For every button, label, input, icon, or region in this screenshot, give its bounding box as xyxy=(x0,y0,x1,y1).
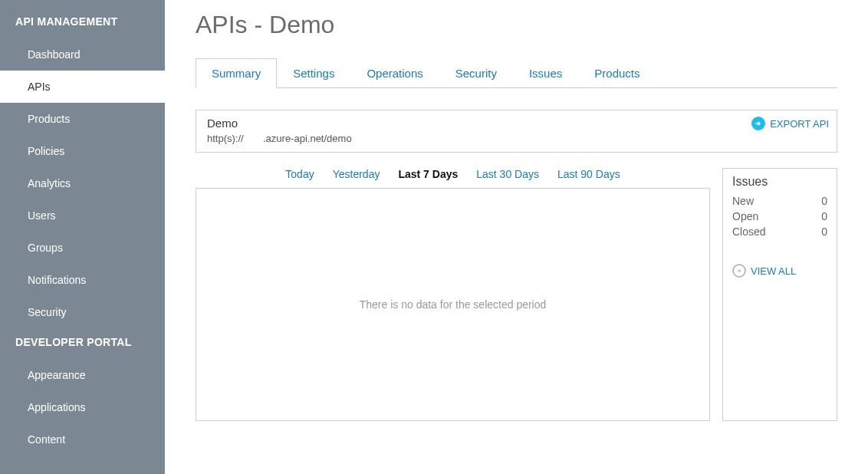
tab-issues[interactable]: Issues xyxy=(513,58,578,88)
sidebar-heading-developer-portal: DEVELOPER PORTAL xyxy=(0,328,165,359)
issue-row-value: 0 xyxy=(821,210,827,222)
sidebar-item-users[interactable]: Users xyxy=(0,199,165,232)
issue-row: Open0 xyxy=(732,209,827,224)
sidebar-heading-api-management: API MANAGEMENT xyxy=(0,8,165,38)
issue-row-label: New xyxy=(732,195,754,207)
issues-title: Issues xyxy=(732,175,827,189)
range-30days[interactable]: Last 30 Days xyxy=(476,168,539,180)
issue-row-label: Open xyxy=(732,210,758,222)
date-range-row: TodayYesterdayLast 7 DaysLast 30 DaysLas… xyxy=(196,168,710,180)
api-url-suffix: .azure-api.net/demo xyxy=(263,133,352,144)
sidebar-item-apis[interactable]: APIs xyxy=(0,71,165,103)
view-all-icon xyxy=(732,264,746,278)
range-90days[interactable]: Last 90 Days xyxy=(557,168,620,180)
issue-row-value: 0 xyxy=(821,225,827,238)
chart-column: TodayYesterdayLast 7 DaysLast 30 DaysLas… xyxy=(196,168,710,421)
export-api-label: EXPORT API xyxy=(770,118,829,130)
range-yesterday[interactable]: Yesterday xyxy=(333,168,380,180)
sidebar-item-content[interactable]: Content xyxy=(0,423,165,456)
tab-summary[interactable]: Summary xyxy=(196,58,277,88)
issue-row: New0 xyxy=(732,193,827,209)
range-today[interactable]: Today xyxy=(285,168,314,180)
api-name-label: Demo xyxy=(207,117,826,130)
sidebar-item-dashboard[interactable]: Dashboard xyxy=(0,38,165,71)
issue-row-value: 0 xyxy=(821,195,827,207)
tab-settings[interactable]: Settings xyxy=(277,58,350,88)
view-all-label: VIEW ALL xyxy=(751,265,796,277)
tab-products[interactable]: Products xyxy=(578,58,656,88)
main-content: APIs - Demo SummarySettingsOperationsSec… xyxy=(165,0,868,474)
sidebar-item-products[interactable]: Products xyxy=(0,103,165,135)
api-url-scheme: http(s):// xyxy=(207,133,244,144)
api-url-box: Demo http(s):// .azure-api.net/demo EXPO… xyxy=(196,110,837,153)
page-title: APIs - Demo xyxy=(196,11,837,39)
sidebar-item-notifications[interactable]: Notifications xyxy=(0,264,165,296)
sidebar-item-appearance[interactable]: Appearance xyxy=(0,359,165,391)
chart-empty-message: There is no data for the selected period xyxy=(360,298,547,311)
sidebar-item-policies[interactable]: Policies xyxy=(0,135,165,167)
issue-row-label: Closed xyxy=(732,225,766,238)
sidebar-item-security[interactable]: Security xyxy=(0,296,165,328)
sidebar-item-analytics[interactable]: Analytics xyxy=(0,167,165,199)
tabs: SummarySettingsOperationsSecurityIssuesP… xyxy=(196,58,837,88)
api-url-label: http(s):// .azure-api.net/demo xyxy=(207,133,826,144)
sidebar-item-groups[interactable]: Groups xyxy=(0,232,165,264)
export-icon xyxy=(751,117,765,130)
sidebar: API MANAGEMENT DashboardAPIsProductsPoli… xyxy=(0,0,165,474)
issues-panel: Issues New0Open0Closed0 VIEW ALL xyxy=(722,168,837,421)
issue-row: Closed0 xyxy=(732,224,827,239)
sidebar-item-applications[interactable]: Applications xyxy=(0,391,165,423)
chart-area: There is no data for the selected period xyxy=(196,188,710,421)
export-api-link[interactable]: EXPORT API xyxy=(751,117,829,130)
range-7days[interactable]: Last 7 Days xyxy=(398,168,458,180)
tab-operations[interactable]: Operations xyxy=(350,58,439,88)
tab-security[interactable]: Security xyxy=(439,58,513,88)
view-all-link[interactable]: VIEW ALL xyxy=(732,264,827,278)
